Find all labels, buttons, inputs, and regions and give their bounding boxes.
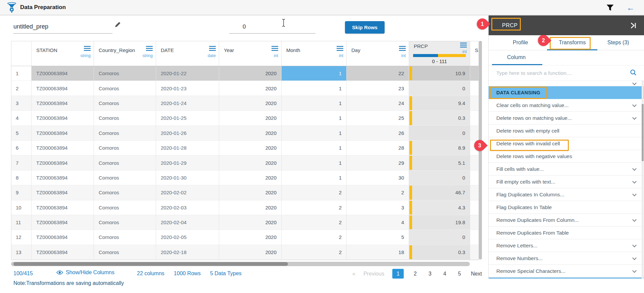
cell-date[interactable]: 2020-02-03 bbox=[156, 200, 219, 215]
column-menu-icon[interactable] bbox=[399, 46, 406, 51]
cell-date[interactable]: 2020-02-18 bbox=[156, 245, 219, 260]
page-button-1[interactable]: 1 bbox=[392, 269, 404, 279]
column-menu-icon[interactable] bbox=[337, 46, 343, 51]
transform-item[interactable]: Fill cells with value... bbox=[489, 163, 644, 176]
cell-day[interactable]: 28 bbox=[347, 141, 409, 155]
cell-day[interactable]: 4 bbox=[347, 215, 409, 230]
cell-overflow[interactable] bbox=[470, 230, 479, 245]
cell-month[interactable]: 1 bbox=[282, 96, 347, 111]
table-row[interactable]: 13TZ000063894Comoros2020-02-1820202180.3 bbox=[11, 245, 479, 260]
prep-name-input[interactable] bbox=[13, 20, 112, 34]
cell-country-region[interactable]: Comoros bbox=[94, 96, 156, 111]
column-header-day[interactable]: Dayint bbox=[347, 41, 409, 66]
cell-month[interactable]: 2 bbox=[282, 185, 347, 200]
table-row[interactable]: 4TZ000063894Comoros2020-01-2520201250.3 bbox=[11, 111, 479, 126]
horizontal-scrollbar-thumb[interactable] bbox=[13, 262, 288, 266]
transform-item[interactable]: Clear cells on matching value... bbox=[489, 99, 644, 112]
transform-item[interactable]: Delete rows with empty cell bbox=[489, 125, 644, 137]
cell-country-region[interactable]: Comoros bbox=[94, 155, 156, 170]
cell-station[interactable]: TZ000063894 bbox=[32, 141, 94, 155]
back-arrow-icon[interactable]: ← bbox=[627, 4, 635, 12]
cell-country-region[interactable]: Comoros bbox=[94, 141, 156, 155]
table-row[interactable]: 3TZ000063894Comoros2020-01-2420201249.4 bbox=[11, 96, 479, 111]
column-header-s[interactable]: S bbox=[470, 41, 479, 66]
page-button-2[interactable]: 2 bbox=[412, 271, 418, 277]
cell-date[interactable]: 2020-02-02 bbox=[156, 185, 219, 200]
cell-date[interactable]: 2020-01-26 bbox=[156, 126, 219, 141]
column-header-date[interactable]: DATEdate bbox=[156, 41, 219, 66]
cell-day[interactable]: 5 bbox=[347, 230, 409, 245]
column-header-year[interactable]: Yearint bbox=[219, 41, 282, 66]
cell-station[interactable]: TZ000063894 bbox=[32, 170, 94, 185]
transform-item[interactable]: Remove Special Characters... bbox=[489, 265, 644, 278]
table-row[interactable]: 9TZ000063894Comoros2020-02-0220202246.7 bbox=[11, 185, 479, 200]
cell-row-number[interactable]: 4 bbox=[11, 111, 32, 126]
cell-overflow[interactable] bbox=[470, 96, 479, 111]
transform-item[interactable]: Remove Letters... bbox=[489, 239, 644, 252]
cell-country-region[interactable]: Comoros bbox=[94, 81, 156, 96]
cell-country-region[interactable]: Comoros bbox=[94, 170, 156, 185]
cell-station[interactable]: TZ000063894 bbox=[32, 111, 94, 126]
cell-row-number[interactable]: 5 bbox=[11, 126, 32, 141]
cell-date[interactable]: 2020-01-22 bbox=[156, 66, 219, 81]
cell-year[interactable]: 2020 bbox=[219, 200, 282, 215]
cell-prcp[interactable]: 5.1 bbox=[409, 155, 470, 170]
cell-prcp[interactable]: 0 bbox=[409, 230, 470, 245]
cell-day[interactable]: 24 bbox=[347, 96, 409, 111]
cell-month[interactable]: 1 bbox=[282, 126, 347, 141]
cell-prcp[interactable]: 0.3 bbox=[409, 245, 470, 260]
cell-station[interactable]: TZ000063894 bbox=[32, 126, 94, 141]
cell-station[interactable]: TZ000063894 bbox=[32, 245, 94, 260]
cell-date[interactable]: 2020-01-28 bbox=[156, 141, 219, 155]
cell-country-region[interactable]: Comoros bbox=[94, 230, 156, 245]
cell-overflow[interactable] bbox=[470, 185, 479, 200]
panel-scrollbar-thumb[interactable] bbox=[642, 104, 644, 161]
cell-prcp[interactable]: 10.9 bbox=[409, 66, 470, 81]
cell-date[interactable]: 2020-02-04 bbox=[156, 215, 219, 230]
cell-row-number[interactable]: 8 bbox=[11, 170, 32, 185]
column-menu-icon[interactable] bbox=[271, 46, 278, 51]
table-row[interactable]: 2TZ000063894Comoros2020-01-2320201230 bbox=[11, 81, 479, 96]
tab-steps-[interactable]: Steps (3) bbox=[592, 35, 644, 50]
cell-station[interactable]: TZ000063894 bbox=[32, 200, 94, 215]
transform-item[interactable]: Fill empty cells with text... bbox=[489, 176, 644, 188]
cell-month[interactable]: 2 bbox=[282, 245, 347, 260]
cell-row-number[interactable]: 13 bbox=[11, 245, 32, 260]
cell-country-region[interactable]: Comoros bbox=[94, 245, 156, 260]
column-menu-icon[interactable] bbox=[209, 46, 216, 51]
page-button-3[interactable]: 3 bbox=[427, 271, 433, 277]
cell-month[interactable]: 1 bbox=[282, 155, 347, 170]
cell-station[interactable]: TZ000063894 bbox=[32, 66, 94, 81]
cell-overflow[interactable] bbox=[470, 111, 479, 126]
cell-overflow[interactable] bbox=[470, 200, 479, 215]
cell-year[interactable]: 2020 bbox=[219, 81, 282, 96]
table-row[interactable]: 8TZ000063894Comoros2020-01-3020201300 bbox=[11, 170, 479, 185]
table-row[interactable]: 7TZ000063894Comoros2020-01-2920201295.1 bbox=[11, 155, 479, 170]
transform-item[interactable]: Delete rows with negative values bbox=[489, 150, 644, 163]
cell-row-number[interactable]: 12 bbox=[11, 230, 32, 245]
cell-day[interactable]: 30 bbox=[347, 170, 409, 185]
cell-station[interactable]: TZ000063894 bbox=[32, 155, 94, 170]
cell-year[interactable]: 2020 bbox=[219, 170, 282, 185]
cell-overflow[interactable] bbox=[470, 215, 479, 230]
cell-prcp[interactable]: 0 bbox=[409, 126, 470, 141]
cell-station[interactable]: TZ000063894 bbox=[32, 230, 94, 245]
cell-row-number[interactable]: 1 bbox=[11, 66, 32, 81]
cell-country-region[interactable]: Comoros bbox=[94, 215, 156, 230]
cell-year[interactable]: 2020 bbox=[219, 96, 282, 111]
cell-month[interactable]: 1 bbox=[282, 111, 347, 126]
cell-station[interactable]: TZ000063894 bbox=[32, 185, 94, 200]
page-button-4[interactable]: 4 bbox=[441, 271, 448, 277]
cell-row-number[interactable]: 6 bbox=[11, 141, 32, 155]
collapse-panel-icon[interactable] bbox=[629, 22, 637, 29]
tab-column[interactable]: Column bbox=[507, 54, 526, 60]
cell-date[interactable]: 2020-01-24 bbox=[156, 96, 219, 111]
next-page-button[interactable]: Next bbox=[471, 271, 482, 277]
cell-date[interactable]: 2020-01-23 bbox=[156, 81, 219, 96]
cell-date[interactable]: 2020-02-05 bbox=[156, 230, 219, 245]
column-menu-icon[interactable] bbox=[146, 46, 153, 51]
cell-prcp[interactable]: 8.9 bbox=[409, 141, 470, 155]
cell-year[interactable]: 2020 bbox=[219, 245, 282, 260]
prev-page-button[interactable]: Previous bbox=[363, 271, 384, 277]
cell-prcp[interactable]: 0 bbox=[409, 81, 470, 96]
